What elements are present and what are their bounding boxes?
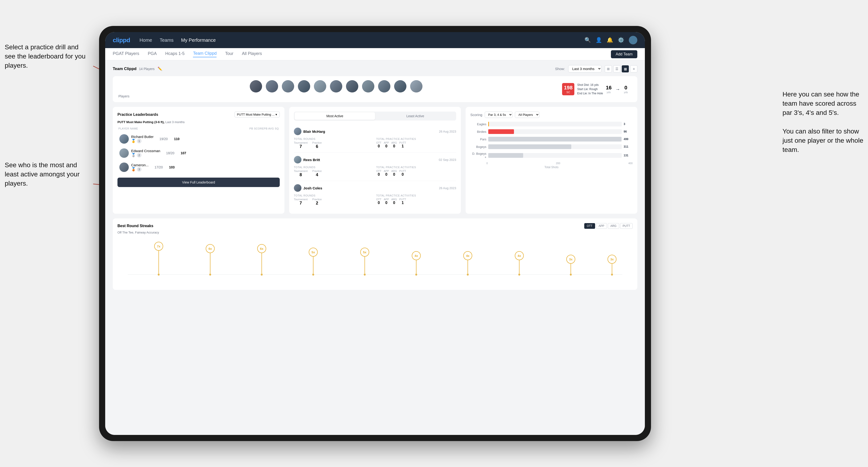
player-avatar-11[interactable] bbox=[410, 80, 423, 92]
annotation-2: See who is the most and least active amo… bbox=[5, 160, 90, 188]
activity-tabs: Most Active Least Active bbox=[294, 112, 456, 121]
pa-header-1: Blair McHarg 26 Aug 2023 bbox=[294, 128, 456, 135]
player-avatar-9[interactable] bbox=[378, 80, 390, 92]
streaks-tab-putt[interactable]: PUTT bbox=[620, 223, 632, 229]
subnav-teamclippd[interactable]: Team Clippd bbox=[193, 51, 217, 57]
pa-arg-1: ARG 0 bbox=[391, 141, 397, 148]
player-avatar-8[interactable] bbox=[362, 80, 374, 92]
lb-name-2: Edward Crossman 🥈 2 bbox=[131, 149, 160, 158]
player-activity-3: Josh Coles 26 Aug 2023 Total Rounds Tour… bbox=[294, 181, 456, 209]
streaks-tab-ott[interactable]: OTT bbox=[584, 223, 595, 229]
pa-rounds-2: Total Rounds Tournament 8 Practice 4 bbox=[294, 166, 374, 177]
nav-links: Home Teams My Performance bbox=[140, 37, 575, 43]
subnav-allplayers[interactable]: All Players bbox=[242, 51, 262, 57]
player-avatar-10[interactable] bbox=[394, 80, 406, 92]
pa-date-3: 26 Aug 2023 bbox=[439, 186, 456, 190]
lb-avg-2: 107 bbox=[177, 151, 186, 155]
people-icon[interactable]: 👤 bbox=[596, 37, 602, 43]
bar-value-pars: 499 bbox=[624, 137, 631, 141]
streaks-header: Best Round Streaks OTT APP ARG PUTT bbox=[118, 223, 632, 229]
gold-medal-icon: 🥇 bbox=[131, 139, 136, 143]
view-icons: ⊞ ☰ ▦ ≡ bbox=[605, 65, 637, 72]
view-full-leaderboard-button[interactable]: View Full Leaderboard bbox=[118, 178, 280, 187]
player-avatars bbox=[118, 80, 554, 92]
lb-row-2[interactable]: Edward Crossman 🥈 2 18/20 107 bbox=[118, 146, 280, 160]
edit-icon[interactable]: ✏️ bbox=[158, 67, 162, 71]
card-header-lb: Practice Leaderboards PUTT Must Make Put… bbox=[118, 112, 280, 118]
player-avatar-4[interactable] bbox=[298, 80, 310, 92]
view-sort-icon[interactable]: ≡ bbox=[630, 65, 637, 72]
streaks-chart: 7x 6x 6x bbox=[118, 238, 632, 285]
bar-track-dbogeys bbox=[488, 153, 622, 158]
chart-footer-label: Total Shots bbox=[470, 165, 632, 169]
practice-leaderboards-card: Practice Leaderboards PUTT Must Make Put… bbox=[113, 107, 284, 214]
pa-rounds-1: Total Rounds Tournament 7 Practice 6 bbox=[294, 137, 374, 149]
lb-avatar-3 bbox=[119, 162, 129, 172]
user-avatar[interactable] bbox=[629, 36, 637, 44]
search-icon[interactable]: 🔍 bbox=[585, 37, 591, 43]
player-avatar-7[interactable] bbox=[346, 80, 358, 92]
subnav-tour[interactable]: Tour bbox=[225, 51, 233, 57]
player-avatar-1[interactable] bbox=[250, 80, 262, 92]
pa-tournament-1: Tournament 7 bbox=[294, 141, 308, 149]
settings-icon[interactable]: ⚙️ bbox=[618, 37, 624, 43]
bar-chart: Eagles 3 Birdies 96 bbox=[470, 122, 632, 159]
pa-arg-2: ARG 0 bbox=[391, 169, 397, 177]
scoring-player-select[interactable]: All Players bbox=[515, 112, 539, 118]
pa-date-1: 26 Aug 2023 bbox=[439, 130, 456, 133]
add-team-button[interactable]: Add Team bbox=[611, 50, 637, 58]
streaks-tab-app[interactable]: APP bbox=[596, 223, 607, 229]
player-avatar-5[interactable] bbox=[314, 80, 326, 92]
svg-text:7x: 7x bbox=[157, 245, 160, 248]
pa-avatar-2 bbox=[294, 156, 302, 163]
pa-name-2: Rees Britt bbox=[303, 158, 320, 162]
bar-track-birdies bbox=[488, 129, 622, 134]
pa-avatar-3 bbox=[294, 184, 302, 192]
scoring-par-select[interactable]: Par 3, 4 & 5s Par 3s Par 4s Par 5s bbox=[485, 112, 513, 118]
lb-dropdown[interactable]: PUTT Must Make Putting ... ▾ bbox=[235, 112, 280, 118]
lb-avatar-2 bbox=[119, 148, 129, 158]
pa-name-row-2: Rees Britt bbox=[294, 156, 320, 163]
navbar: clippd Home Teams My Performance 🔍 👤 🔔 ⚙… bbox=[105, 32, 645, 48]
score-info: Shot Dist: 16 yds Start Lie: Rough End L… bbox=[577, 83, 603, 96]
show-select[interactable]: Last 3 months Last 6 months Last year bbox=[568, 65, 601, 72]
activity-card: Most Active Least Active Blair McHarg 26… bbox=[289, 107, 461, 214]
nav-myperformance[interactable]: My Performance bbox=[181, 37, 216, 43]
bronze-medal-icon: 🥉 bbox=[131, 167, 136, 172]
lb-row-1[interactable]: Richard Butler 🥇 1 19/20 110 bbox=[118, 132, 280, 146]
pa-stats-1: Total Rounds Tournament 7 Practice 6 bbox=[294, 137, 456, 149]
pa-header-3: Josh Coles 26 Aug 2023 bbox=[294, 184, 456, 192]
tablet-frame: clippd Home Teams My Performance 🔍 👤 🔔 ⚙… bbox=[99, 26, 651, 441]
bar-row-eagles: Eagles 3 bbox=[472, 122, 631, 126]
player-avatar-3[interactable] bbox=[282, 80, 294, 92]
bar-value-dbogeys: 131 bbox=[624, 154, 631, 157]
subnav-pga[interactable]: PGA bbox=[148, 51, 157, 57]
streaks-tab-arg[interactable]: ARG bbox=[608, 223, 619, 229]
player-avatar-6[interactable] bbox=[330, 80, 342, 92]
view-grid-icon[interactable]: ⊞ bbox=[605, 65, 612, 72]
lb-score-3: 17/20 bbox=[151, 165, 163, 169]
lb-row-3[interactable]: Cameron... 🥉 3 17/20 103 bbox=[118, 160, 280, 174]
view-card-icon[interactable]: ▦ bbox=[622, 65, 629, 72]
view-list-icon[interactable]: ☰ bbox=[613, 65, 620, 72]
team-title: Team Clippd 14 Players ✏️ bbox=[113, 66, 162, 71]
player-avatar-2[interactable] bbox=[266, 80, 278, 92]
bell-icon[interactable]: 🔔 bbox=[607, 37, 613, 43]
show-label: Show: bbox=[555, 67, 565, 71]
nav-teams[interactable]: Teams bbox=[160, 37, 174, 43]
subnav-pgat[interactable]: PGAT Players bbox=[113, 51, 139, 57]
bar-track-pars bbox=[488, 137, 622, 142]
pa-activities-2: Total Practice Activities OTT 0 APP 0 bbox=[376, 166, 456, 177]
bar-track-eagles bbox=[488, 122, 622, 126]
tab-most-active[interactable]: Most Active bbox=[294, 112, 375, 120]
score-left-yds: 16 yds bbox=[606, 85, 611, 94]
tab-least-active[interactable]: Least Active bbox=[375, 112, 456, 120]
nav-home[interactable]: Home bbox=[140, 37, 152, 43]
svg-text:3x: 3x bbox=[610, 257, 614, 261]
bar-row-birdies: Birdies 96 bbox=[472, 129, 631, 134]
bar-value-birdies: 96 bbox=[624, 130, 631, 133]
subnav-hcaps[interactable]: Hcaps 1-5 bbox=[165, 51, 184, 57]
players-section: Players 198 SC Shot Dist: 16 yds Start L… bbox=[113, 76, 637, 102]
pa-name-1: Blair McHarg bbox=[303, 129, 325, 133]
pa-stats-2: Total Rounds Tournament 8 Practice 4 bbox=[294, 166, 456, 177]
